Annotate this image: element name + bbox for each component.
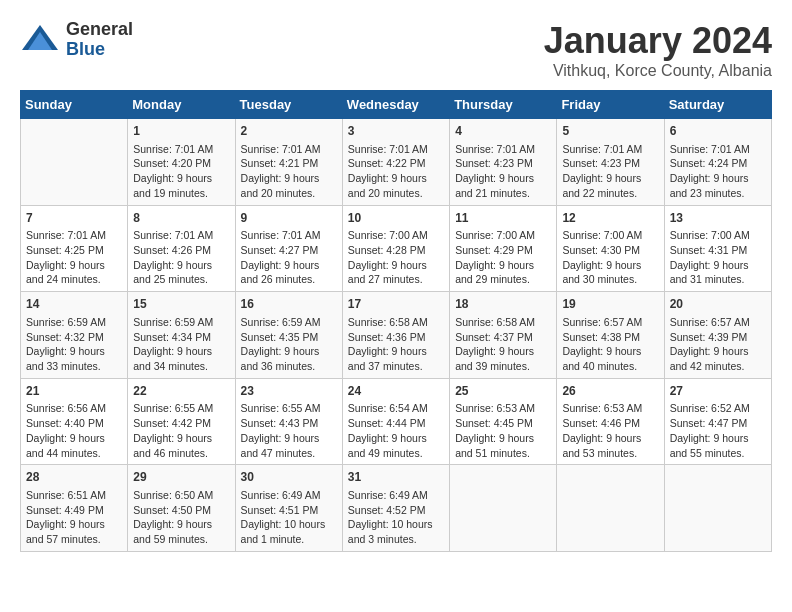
calendar-cell: 16Sunrise: 6:59 AMSunset: 4:35 PMDayligh… xyxy=(235,292,342,379)
calendar-cell: 20Sunrise: 6:57 AMSunset: 4:39 PMDayligh… xyxy=(664,292,771,379)
logo-text: General Blue xyxy=(66,20,133,60)
week-row-1: 1Sunrise: 7:01 AMSunset: 4:20 PMDaylight… xyxy=(21,119,772,206)
calendar-cell: 24Sunrise: 6:54 AMSunset: 4:44 PMDayligh… xyxy=(342,378,449,465)
day-info: Sunrise: 6:59 AMSunset: 4:35 PMDaylight:… xyxy=(241,315,337,374)
calendar-cell: 9Sunrise: 7:01 AMSunset: 4:27 PMDaylight… xyxy=(235,205,342,292)
day-info: Sunrise: 7:01 AMSunset: 4:20 PMDaylight:… xyxy=(133,142,229,201)
day-info: Sunrise: 7:00 AMSunset: 4:30 PMDaylight:… xyxy=(562,228,658,287)
day-info: Sunrise: 6:57 AMSunset: 4:38 PMDaylight:… xyxy=(562,315,658,374)
day-number: 21 xyxy=(26,383,122,400)
day-number: 13 xyxy=(670,210,766,227)
day-number: 24 xyxy=(348,383,444,400)
calendar-cell: 25Sunrise: 6:53 AMSunset: 4:45 PMDayligh… xyxy=(450,378,557,465)
day-info: Sunrise: 6:57 AMSunset: 4:39 PMDaylight:… xyxy=(670,315,766,374)
month-title: January 2024 xyxy=(544,20,772,62)
calendar-cell: 11Sunrise: 7:00 AMSunset: 4:29 PMDayligh… xyxy=(450,205,557,292)
day-number: 2 xyxy=(241,123,337,140)
calendar-cell: 7Sunrise: 7:01 AMSunset: 4:25 PMDaylight… xyxy=(21,205,128,292)
day-number: 22 xyxy=(133,383,229,400)
day-info: Sunrise: 7:01 AMSunset: 4:24 PMDaylight:… xyxy=(670,142,766,201)
calendar-cell: 5Sunrise: 7:01 AMSunset: 4:23 PMDaylight… xyxy=(557,119,664,206)
day-info: Sunrise: 6:53 AMSunset: 4:46 PMDaylight:… xyxy=(562,401,658,460)
week-row-4: 21Sunrise: 6:56 AMSunset: 4:40 PMDayligh… xyxy=(21,378,772,465)
logo: General Blue xyxy=(20,20,133,60)
day-number: 11 xyxy=(455,210,551,227)
day-number: 5 xyxy=(562,123,658,140)
calendar-cell: 26Sunrise: 6:53 AMSunset: 4:46 PMDayligh… xyxy=(557,378,664,465)
calendar-cell: 28Sunrise: 6:51 AMSunset: 4:49 PMDayligh… xyxy=(21,465,128,552)
calendar-cell: 1Sunrise: 7:01 AMSunset: 4:20 PMDaylight… xyxy=(128,119,235,206)
logo-blue: Blue xyxy=(66,40,133,60)
header-friday: Friday xyxy=(557,91,664,119)
day-info: Sunrise: 6:49 AMSunset: 4:51 PMDaylight:… xyxy=(241,488,337,547)
logo-general: General xyxy=(66,20,133,40)
header-row: SundayMondayTuesdayWednesdayThursdayFrid… xyxy=(21,91,772,119)
header-saturday: Saturday xyxy=(664,91,771,119)
calendar-cell: 22Sunrise: 6:55 AMSunset: 4:42 PMDayligh… xyxy=(128,378,235,465)
calendar-cell: 18Sunrise: 6:58 AMSunset: 4:37 PMDayligh… xyxy=(450,292,557,379)
calendar-cell: 10Sunrise: 7:00 AMSunset: 4:28 PMDayligh… xyxy=(342,205,449,292)
day-info: Sunrise: 7:00 AMSunset: 4:29 PMDaylight:… xyxy=(455,228,551,287)
day-number: 28 xyxy=(26,469,122,486)
calendar-cell: 6Sunrise: 7:01 AMSunset: 4:24 PMDaylight… xyxy=(664,119,771,206)
day-info: Sunrise: 7:01 AMSunset: 4:27 PMDaylight:… xyxy=(241,228,337,287)
day-number: 29 xyxy=(133,469,229,486)
calendar-cell xyxy=(21,119,128,206)
calendar-cell: 3Sunrise: 7:01 AMSunset: 4:22 PMDaylight… xyxy=(342,119,449,206)
calendar-cell: 15Sunrise: 6:59 AMSunset: 4:34 PMDayligh… xyxy=(128,292,235,379)
day-number: 30 xyxy=(241,469,337,486)
day-info: Sunrise: 7:01 AMSunset: 4:25 PMDaylight:… xyxy=(26,228,122,287)
calendar-cell: 19Sunrise: 6:57 AMSunset: 4:38 PMDayligh… xyxy=(557,292,664,379)
day-number: 7 xyxy=(26,210,122,227)
calendar-header: SundayMondayTuesdayWednesdayThursdayFrid… xyxy=(21,91,772,119)
calendar-cell: 23Sunrise: 6:55 AMSunset: 4:43 PMDayligh… xyxy=(235,378,342,465)
calendar-table: SundayMondayTuesdayWednesdayThursdayFrid… xyxy=(20,90,772,552)
day-number: 27 xyxy=(670,383,766,400)
day-info: Sunrise: 7:01 AMSunset: 4:22 PMDaylight:… xyxy=(348,142,444,201)
day-number: 3 xyxy=(348,123,444,140)
header-wednesday: Wednesday xyxy=(342,91,449,119)
week-row-2: 7Sunrise: 7:01 AMSunset: 4:25 PMDaylight… xyxy=(21,205,772,292)
day-info: Sunrise: 7:01 AMSunset: 4:23 PMDaylight:… xyxy=(455,142,551,201)
day-number: 1 xyxy=(133,123,229,140)
page-header: General Blue January 2024 Vithkuq, Korce… xyxy=(20,20,772,80)
day-number: 20 xyxy=(670,296,766,313)
day-info: Sunrise: 6:54 AMSunset: 4:44 PMDaylight:… xyxy=(348,401,444,460)
day-number: 26 xyxy=(562,383,658,400)
calendar-cell: 31Sunrise: 6:49 AMSunset: 4:52 PMDayligh… xyxy=(342,465,449,552)
day-number: 15 xyxy=(133,296,229,313)
day-info: Sunrise: 7:01 AMSunset: 4:23 PMDaylight:… xyxy=(562,142,658,201)
calendar-cell: 12Sunrise: 7:00 AMSunset: 4:30 PMDayligh… xyxy=(557,205,664,292)
header-thursday: Thursday xyxy=(450,91,557,119)
day-number: 10 xyxy=(348,210,444,227)
calendar-cell: 13Sunrise: 7:00 AMSunset: 4:31 PMDayligh… xyxy=(664,205,771,292)
day-number: 25 xyxy=(455,383,551,400)
day-number: 17 xyxy=(348,296,444,313)
week-row-3: 14Sunrise: 6:59 AMSunset: 4:32 PMDayligh… xyxy=(21,292,772,379)
day-info: Sunrise: 6:55 AMSunset: 4:43 PMDaylight:… xyxy=(241,401,337,460)
day-number: 4 xyxy=(455,123,551,140)
day-number: 14 xyxy=(26,296,122,313)
location-subtitle: Vithkuq, Korce County, Albania xyxy=(544,62,772,80)
day-info: Sunrise: 6:49 AMSunset: 4:52 PMDaylight:… xyxy=(348,488,444,547)
calendar-cell: 29Sunrise: 6:50 AMSunset: 4:50 PMDayligh… xyxy=(128,465,235,552)
logo-icon xyxy=(20,20,60,60)
week-row-5: 28Sunrise: 6:51 AMSunset: 4:49 PMDayligh… xyxy=(21,465,772,552)
day-info: Sunrise: 7:00 AMSunset: 4:28 PMDaylight:… xyxy=(348,228,444,287)
day-number: 23 xyxy=(241,383,337,400)
day-info: Sunrise: 7:01 AMSunset: 4:21 PMDaylight:… xyxy=(241,142,337,201)
calendar-cell: 8Sunrise: 7:01 AMSunset: 4:26 PMDaylight… xyxy=(128,205,235,292)
day-info: Sunrise: 6:52 AMSunset: 4:47 PMDaylight:… xyxy=(670,401,766,460)
day-info: Sunrise: 7:01 AMSunset: 4:26 PMDaylight:… xyxy=(133,228,229,287)
day-info: Sunrise: 6:53 AMSunset: 4:45 PMDaylight:… xyxy=(455,401,551,460)
calendar-cell xyxy=(450,465,557,552)
day-number: 12 xyxy=(562,210,658,227)
calendar-cell: 2Sunrise: 7:01 AMSunset: 4:21 PMDaylight… xyxy=(235,119,342,206)
calendar-cell: 4Sunrise: 7:01 AMSunset: 4:23 PMDaylight… xyxy=(450,119,557,206)
day-info: Sunrise: 7:00 AMSunset: 4:31 PMDaylight:… xyxy=(670,228,766,287)
day-info: Sunrise: 6:59 AMSunset: 4:32 PMDaylight:… xyxy=(26,315,122,374)
day-info: Sunrise: 6:58 AMSunset: 4:37 PMDaylight:… xyxy=(455,315,551,374)
calendar-cell: 17Sunrise: 6:58 AMSunset: 4:36 PMDayligh… xyxy=(342,292,449,379)
day-info: Sunrise: 6:56 AMSunset: 4:40 PMDaylight:… xyxy=(26,401,122,460)
day-number: 31 xyxy=(348,469,444,486)
